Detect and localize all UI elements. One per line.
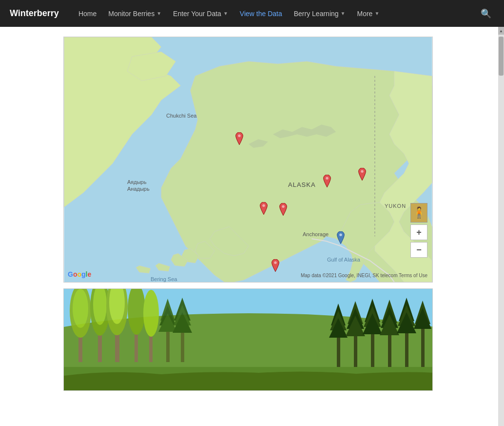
map-svg [64,37,432,282]
zoom-in-button[interactable]: + [410,224,427,240]
map-pin-blue-1[interactable] [335,231,346,245]
svg-point-6 [282,205,284,208]
svg-point-3 [326,177,328,180]
google-logo: Google [68,270,91,278]
brand-logo[interactable]: Winterberry [10,8,59,19]
nav-berry-learning[interactable]: Berry Learning ▼ [289,7,350,20]
svg-point-2 [238,135,240,137]
navbar: Winterberry Home Monitor Berries ▼ Enter… [0,0,504,27]
landscape-svg [64,289,433,391]
berry-learning-chevron-icon: ▼ [341,11,346,16]
content-area: Chukchi Sea АядырьАнадырь ALASKA YUKON G… [63,37,434,391]
map-pin-red-3[interactable] [357,168,368,182]
map-pin-red-6[interactable] [270,259,281,273]
map-controls: 🧍 + − [410,203,427,258]
scrollbar-thumb[interactable] [499,37,504,76]
more-chevron-icon: ▼ [374,11,379,16]
map-pin-red-4[interactable] [258,202,269,216]
landscape-photo [64,289,432,390]
enter-data-chevron-icon: ▼ [223,11,228,16]
zoom-out-button[interactable]: − [410,242,427,258]
scrollbar-track: ▲ [498,27,504,401]
nav-monitor-berries[interactable]: Monitor Berries ▼ [103,7,166,20]
scrollbar-up-button[interactable]: ▲ [498,27,504,35]
map-pin-red-5[interactable] [278,203,289,217]
svg-point-26 [143,290,159,337]
svg-point-16 [73,289,88,328]
map-attribution: Map data ©2021 Google, INEGI, SK telecom… [301,273,427,278]
map-pin-red-1[interactable] [234,132,245,146]
svg-point-5 [262,204,265,207]
nav-home[interactable]: Home [74,7,101,20]
nav-view-the-data[interactable]: View the Data [235,7,287,20]
svg-point-4 [361,170,363,173]
map-pin-red-2[interactable] [322,175,332,188]
nav-links: Home Monitor Berries ▼ Enter Your Data ▼… [74,7,478,20]
svg-point-7 [274,262,276,264]
main-content: Chukchi Sea АядырьАнадырь ALASKA YUKON G… [0,27,504,401]
nav-more[interactable]: More ▼ [352,7,384,20]
search-icon[interactable]: 🔍 [478,5,494,22]
pegman-icon[interactable]: 🧍 [410,203,427,223]
svg-point-9 [339,234,342,236]
monitor-berries-chevron-icon: ▼ [156,11,161,16]
map-container[interactable]: Chukchi Sea АядырьАнадырь ALASKA YUKON G… [63,37,433,283]
photo-container [63,288,433,391]
nav-enter-your-data[interactable]: Enter Your Data ▼ [168,7,233,20]
